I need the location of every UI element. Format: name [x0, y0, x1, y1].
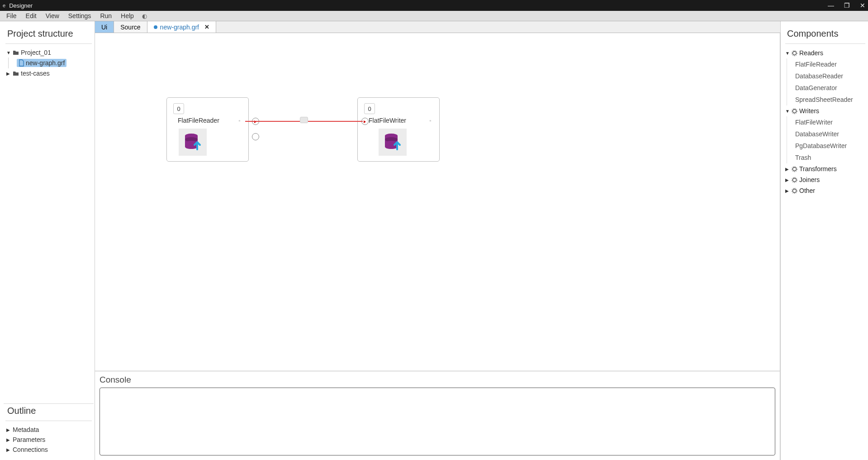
tree-folder-testcases[interactable]: ▶ test-cases [5, 68, 92, 78]
database-upload-icon [384, 132, 402, 152]
menu-run[interactable]: Run [95, 11, 116, 20]
caret-right-icon: ▶ [785, 167, 790, 172]
node-reader-out-port-1[interactable] [252, 133, 259, 140]
menu-file[interactable]: File [2, 11, 21, 20]
window-minimize-icon[interactable]: ― [828, 2, 834, 9]
component-spreadsheetreader[interactable]: SpreadSheetReader [793, 94, 865, 105]
components-title: Components [785, 27, 865, 44]
outline-title: Outline [5, 404, 92, 421]
group-other[interactable]: ▶ Other [785, 185, 865, 196]
component-trash[interactable]: Trash [793, 152, 865, 163]
node-menu-icon[interactable]: ▫ [238, 118, 240, 123]
group-other-label: Other [799, 187, 815, 194]
dark-mode-toggle-icon[interactable]: ◐ [142, 13, 147, 19]
svg-point-6 [793, 51, 797, 55]
caret-down-icon: ▼ [785, 109, 790, 114]
edge-reader-to-writer[interactable] [245, 121, 363, 122]
outline-metadata[interactable]: ▶ Metadata [5, 425, 92, 435]
edge-label[interactable] [300, 117, 308, 123]
caret-right-icon: ▶ [6, 447, 11, 452]
unsaved-dot-icon [154, 25, 157, 29]
caret-right-icon: ▶ [6, 437, 11, 442]
component-databasereader[interactable]: DatabaseReader [793, 70, 865, 82]
node-reader-badge: 0 [173, 103, 184, 114]
menu-edit[interactable]: Edit [21, 11, 41, 20]
center-area: Ui Source new-graph.grf ✕ 0 FlatFileRead… [95, 21, 780, 460]
app-logo-letter: e [3, 3, 5, 8]
outline-item-label: Parameters [13, 436, 45, 443]
component-databasewriter[interactable]: DatabaseWriter [793, 128, 865, 140]
gear-icon [792, 108, 797, 114]
tab-ui[interactable]: Ui [95, 21, 114, 33]
caret-right-icon: ▶ [6, 427, 11, 432]
group-joiners[interactable]: ▶ Joiners [785, 174, 865, 185]
caret-down-icon: ▼ [785, 51, 790, 56]
caret-right-icon: ▶ [6, 71, 11, 76]
readers-list: FlatFileReader DatabaseReader DataGenera… [787, 58, 865, 105]
svg-point-10 [793, 167, 797, 171]
node-flatfilereader[interactable]: 0 FlatFileReader ▫ [166, 97, 249, 162]
console-output[interactable] [100, 388, 775, 455]
console-panel: Console [95, 371, 780, 460]
app-body: Project structure ▼ Project_01 new-graph… [0, 21, 868, 460]
sidebar-left: Project structure ▼ Project_01 new-graph… [0, 21, 95, 460]
outline-tree: ▶ Metadata ▶ Parameters ▶ Connections [5, 425, 92, 455]
group-readers[interactable]: ▼ Readers [785, 48, 865, 58]
project-tree: ▼ Project_01 new-graph.grf ▶ [5, 48, 92, 78]
tab-file-newgraph[interactable]: new-graph.grf ✕ [147, 21, 216, 33]
node-writer-icon-box [379, 129, 407, 156]
gear-icon [792, 188, 797, 194]
window-close-icon[interactable]: ✕ [860, 2, 865, 9]
window-titlebar: e Designer ― ❐ ✕ [0, 0, 868, 11]
node-menu-icon[interactable]: ▫ [429, 118, 431, 123]
folder-icon [13, 71, 19, 76]
node-writer-badge: 0 [364, 103, 375, 114]
group-transformers-label: Transformers [799, 165, 837, 172]
canvas-and-console: 0 FlatFileReader ▫ [95, 33, 780, 460]
tab-source-label: Source [120, 24, 140, 31]
outline-connections[interactable]: ▶ Connections [5, 445, 92, 455]
tree-folder-label: test-cases [21, 70, 50, 77]
node-writer-label: FlatFileWriter [369, 117, 406, 124]
app-title: Designer [9, 2, 33, 9]
svg-point-14 [793, 189, 797, 192]
group-transformers[interactable]: ▶ Transformers [785, 163, 865, 174]
menu-settings[interactable]: Settings [64, 11, 96, 20]
menu-help[interactable]: Help [116, 11, 138, 20]
menu-view[interactable]: View [41, 11, 64, 20]
tree-root-label: Project_01 [21, 49, 51, 56]
node-reader-label: FlatFileReader [178, 117, 219, 124]
project-structure-title: Project structure [5, 27, 92, 44]
group-writers[interactable]: ▼ Writers [785, 105, 865, 116]
component-flatfilewriter[interactable]: FlatFileWriter [793, 116, 865, 128]
console-title: Console [100, 375, 775, 385]
window-maximize-icon[interactable]: ❐ [844, 2, 850, 9]
gear-icon [792, 50, 797, 56]
outline-parameters[interactable]: ▶ Parameters [5, 435, 92, 445]
tab-source[interactable]: Source [114, 21, 147, 33]
component-pgdatabasewriter[interactable]: PgDatabaseWriter [793, 140, 865, 152]
group-joiners-label: Joiners [799, 176, 820, 183]
tab-ui-label: Ui [101, 24, 107, 31]
tree-file-newgraph[interactable]: new-graph.grf [8, 58, 92, 68]
tree-file-label: new-graph.grf [26, 59, 65, 67]
group-writers-label: Writers [799, 107, 819, 115]
svg-point-8 [793, 109, 797, 113]
graph-canvas[interactable]: 0 FlatFileReader ▫ [95, 33, 780, 371]
writers-list: FlatFileWriter DatabaseWriter PgDatabase… [787, 116, 865, 163]
gear-icon [792, 177, 797, 183]
component-datagenerator[interactable]: DataGenerator [793, 82, 865, 94]
caret-right-icon: ▶ [785, 188, 790, 193]
component-flatfilereader[interactable]: FlatFileReader [793, 58, 865, 70]
tab-close-icon[interactable]: ✕ [204, 24, 209, 30]
outline-item-label: Connections [13, 446, 48, 453]
node-flatfilewriter[interactable]: 0 FlatFileWriter ▫ [357, 97, 440, 162]
sidebar-right: Components ▼ Readers FlatFileReader Data… [780, 21, 868, 460]
editor-tabbar: Ui Source new-graph.grf ✕ [95, 21, 780, 33]
folder-icon [13, 50, 19, 55]
outline-item-label: Metadata [13, 426, 39, 433]
menu-bar: File Edit View Settings Run Help ◐ [0, 11, 868, 21]
file-icon [19, 60, 24, 66]
node-reader-icon-box [179, 129, 207, 156]
tree-root-project[interactable]: ▼ Project_01 [5, 48, 92, 58]
